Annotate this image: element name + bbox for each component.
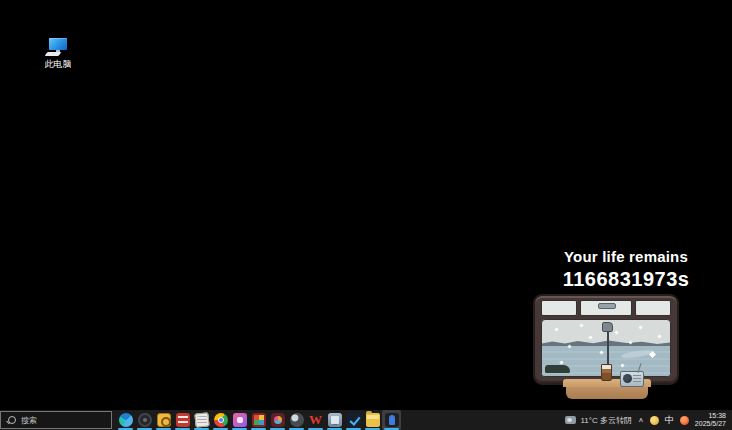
check-app-icon[interactable]: [344, 410, 363, 430]
yellow-app-icon: [157, 413, 171, 427]
transom-pane-right: [635, 300, 671, 316]
radio-grille: [633, 375, 641, 382]
tool-app-icon[interactable]: [325, 410, 344, 430]
taskbar-apps: W: [116, 410, 401, 430]
chrome-icon: [214, 413, 228, 427]
taskbar-search[interactable]: 搜索: [0, 411, 112, 429]
search-icon: [8, 416, 16, 424]
mosaic-app-icon[interactable]: [249, 410, 268, 430]
darkred-app-icon: [271, 413, 285, 427]
tool-app-icon: [328, 413, 342, 427]
life-countdown-widget-text: Your life remains 1166831973s: [530, 248, 722, 291]
wps-icon[interactable]: W: [306, 410, 325, 430]
browser-swirl-icon: [119, 413, 133, 427]
system-tray: 11°C 多云转阴 ∧ 中 15:38 2025/5/27: [565, 410, 732, 430]
taskbar: 搜索 W 11°C 多云转阴 ∧ 中 15:38 2025/5/27: [0, 410, 732, 430]
snowflake: [639, 325, 643, 329]
hidden-icons-chevron[interactable]: ∧: [638, 416, 644, 423]
wps-icon: W: [309, 413, 323, 427]
lamp-head: [602, 322, 613, 332]
weather-desc: 多云转阴: [600, 416, 632, 425]
snowflake: [614, 330, 618, 334]
transom-windows: [541, 300, 671, 316]
this-pc-desktop-icon[interactable]: 此电脑: [40, 36, 76, 70]
purple-app-icon: [233, 413, 247, 427]
snowflake: [580, 323, 584, 327]
keyboard-icon: [45, 52, 62, 56]
shore-rocks: [545, 365, 571, 373]
check-app-icon: [347, 413, 361, 427]
purple-app-icon[interactable]: [230, 410, 249, 430]
file-explorer-icon[interactable]: [363, 410, 382, 430]
monitor-icon: [49, 38, 67, 50]
transom-pane-left: [541, 300, 577, 316]
life-countdown-value: 1166831973s: [530, 268, 722, 291]
snowflake: [554, 327, 558, 331]
notes-app-icon[interactable]: [192, 410, 211, 430]
camera-app-icon[interactable]: [135, 410, 154, 430]
coffee-cup: [601, 364, 612, 381]
transom-pane-middle: [580, 300, 633, 316]
weather-cloud-icon: [565, 416, 576, 424]
file-explorer-icon: [366, 413, 380, 427]
red-stripes-app-icon: [176, 413, 190, 427]
window-latch: [598, 303, 616, 309]
browser-swirl-icon[interactable]: [116, 410, 135, 430]
clock-date: 2025/5/27: [695, 420, 726, 428]
yellow-app-icon[interactable]: [154, 410, 173, 430]
desktop: 此电脑 Your life remains 1166831973s: [0, 0, 732, 430]
darkred-app-icon[interactable]: [268, 410, 287, 430]
life-countdown-app-icon[interactable]: [382, 410, 401, 430]
weather-temp: 11°C: [580, 416, 597, 425]
radio-speaker: [623, 374, 632, 383]
ime-indicator[interactable]: 中: [665, 415, 674, 425]
mosaic-app-icon: [252, 413, 266, 427]
this-pc-label: 此电脑: [30, 58, 86, 71]
notes-app-icon: [194, 412, 209, 427]
life-countdown-app-icon: [385, 413, 399, 427]
grey-circle-app-icon: [290, 413, 304, 427]
grey-circle-app-icon[interactable]: [287, 410, 306, 430]
tray-red-icon[interactable]: [680, 416, 689, 425]
camera-app-icon: [138, 413, 152, 427]
search-placeholder: 搜索: [21, 415, 37, 426]
life-countdown-title: Your life remains: [530, 248, 722, 265]
weather-widget[interactable]: 11°C 多云转阴: [565, 415, 632, 426]
chrome-icon[interactable]: [211, 410, 230, 430]
snowflake: [589, 335, 593, 339]
snowflake: [658, 334, 662, 338]
red-stripes-app-icon[interactable]: [173, 410, 192, 430]
wooden-shelf-body: [566, 387, 648, 399]
taskbar-clock[interactable]: 15:38 2025/5/27: [695, 412, 728, 428]
clock-time: 15:38: [695, 412, 726, 420]
radio[interactable]: [620, 371, 644, 387]
tray-yellow-icon[interactable]: [650, 416, 659, 425]
